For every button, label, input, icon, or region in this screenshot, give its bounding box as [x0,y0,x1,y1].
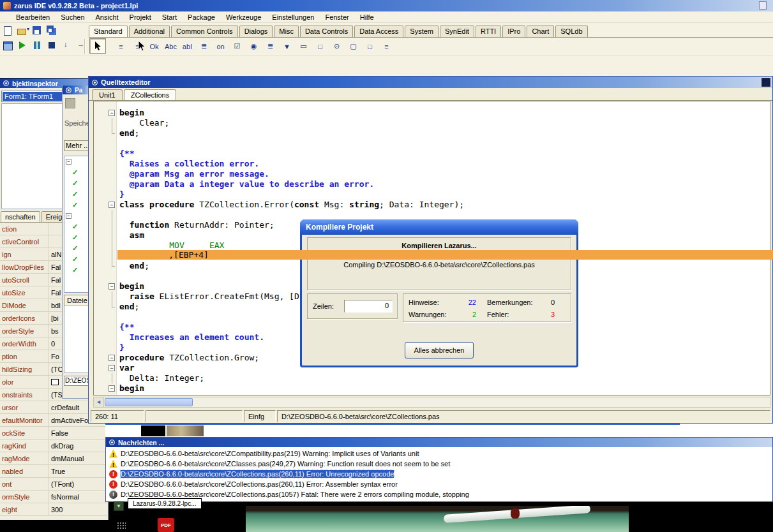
palette-tab-standard[interactable]: Standard [89,26,128,38]
property-row[interactable]: ont(TFont) [0,478,109,491]
property-row[interactable]: ragKinddkDrag [0,440,109,452]
palette-tab-dialogs[interactable]: Dialogs [239,26,273,37]
new-unit-button[interactable] [2,25,13,36]
message-row[interactable]: !D:\ZEOSDBO-6.6.0-beta\src\core\ZCollect… [107,479,771,489]
tab-files[interactable]: Dateie [64,295,91,306]
messages-titlebar[interactable]: Nachrichten ... [106,438,772,447]
palette-tab-additional[interactable]: Additional [129,26,170,37]
ttogglebox-component[interactable]: on [213,40,228,54]
menu-item-package[interactable]: Package [188,13,215,21]
menu-item-einstellungen[interactable]: Einstellungen [272,13,314,21]
tab-unit1[interactable]: Unit1 [92,89,123,100]
fold-icon[interactable]: − [109,365,115,371]
property-row[interactable]: ormStylefsNormal [0,491,109,503]
tpanel-component[interactable]: ▢ [346,40,361,54]
tree-item[interactable]: ✓ [64,243,89,254]
property-row[interactable]: ragModedmManual [0,452,109,465]
package-file-tree[interactable]: −✓✓✓✓−✓✓✓✓✓ [64,156,90,293]
palette-tab-common-controls[interactable]: Common Controls [171,26,238,37]
menu-item-bearbeiten[interactable]: Bearbeiten [16,13,50,21]
tlabel-component[interactable]: Abc [163,40,178,54]
palette-tab-sqldb[interactable]: SQLdb [555,26,587,37]
palette-tab-rtti[interactable]: RTTI [476,26,501,37]
dialog-titlebar[interactable]: Kompiliere Projekt [300,219,578,235]
fold-icon[interactable]: − [109,385,115,392]
tradiogroup-component[interactable]: ⊙ [329,40,344,54]
message-row[interactable]: !D:\ZEOSDBO-6.6.0-beta\src\core\ZCollect… [107,489,771,499]
palette-tab-system[interactable]: System [405,26,439,37]
tmainmenu-component[interactable]: ≡ [114,40,128,54]
palette-tab-chart[interactable]: Chart [527,26,554,37]
tree-item[interactable]: ✓ [64,254,89,265]
menu-item-hilfe[interactable]: Hilfe [360,13,374,21]
fold-icon[interactable]: − [109,283,115,290]
scrollbar-thumb[interactable] [105,398,193,406]
tmemo-component[interactable]: ≣ [197,40,211,54]
palette-tab-misc[interactable]: Misc [274,26,299,37]
save-button[interactable] [31,25,43,36]
cancel-all-button[interactable]: Alles abbrechen [405,342,474,358]
titlebar-button[interactable] [759,1,767,10]
palette-tab-data-access[interactable]: Data Access [354,26,403,37]
property-row[interactable]: ockSiteFalse [0,427,109,440]
run-button[interactable] [17,40,28,51]
tframe-component[interactable]: □ [363,40,377,54]
stop-button[interactable] [46,40,57,51]
tgroupbox-component[interactable]: □ [313,40,327,54]
more-button[interactable]: Mehr .. [64,140,89,151]
pdf-icon[interactable]: PDF [158,518,174,532]
tcheckbox-component[interactable]: ☑ [230,40,244,54]
property-row[interactable]: eight300 [0,503,109,516]
step-into-button[interactable] [61,40,72,51]
palette-tab-ipro[interactable]: IPro [502,26,525,37]
new-form-button[interactable] [2,40,13,51]
scroll-down-icon[interactable]: ▼ [114,501,124,511]
fold-icon[interactable]: − [109,355,115,361]
tree-item[interactable]: ✓ [64,189,89,200]
tree-item[interactable]: ✓ [64,178,89,189]
tree-item[interactable]: ✓ [64,265,89,276]
message-row[interactable]: !D:\ZEOSDBO-6.6.0-beta\src\core\ZClasses… [107,459,771,469]
tree-item[interactable]: ✓ [64,232,89,243]
save-all-button[interactable] [46,25,57,36]
tbutton-component[interactable]: Ok [147,40,161,54]
tree-item[interactable]: ✓ [64,167,89,178]
fold-icon[interactable]: − [109,202,115,208]
fold-icon[interactable]: − [109,110,115,116]
save-icon[interactable] [65,98,75,108]
tree-item[interactable]: ✓ [64,221,89,232]
palette-tab-data-controls[interactable]: Data Controls [300,26,353,37]
horizontal-scrollbar[interactable]: ◄ [93,397,770,408]
scroll-left-icon[interactable]: ◄ [94,397,104,407]
palette-tab-synedit[interactable]: SynEdit [440,26,474,37]
path-field[interactable]: D:\ZEOS [64,376,90,386]
pause-button[interactable] [31,40,43,51]
tcombobox-component[interactable]: ▼ [280,40,294,54]
tab-zcollections[interactable]: ZCollections [124,89,177,100]
menu-item-start[interactable]: Start [162,13,177,21]
tradiobutton-component[interactable]: ◉ [246,40,261,54]
tree-item[interactable]: − [64,156,89,167]
tscrollbar-component[interactable]: ▭ [296,40,311,54]
open-dropdown-button[interactable] [17,25,28,36]
menu-item-suchen[interactable]: Suchen [61,13,84,21]
close-icon[interactable] [762,78,770,87]
tree-item[interactable]: − [64,211,89,221]
tab-properties[interactable]: nschaften [1,211,40,222]
message-row[interactable]: !D:\ZEOSDBO-6.6.0-beta\src\core\ZCollect… [107,469,771,479]
message-row[interactable]: !D:\ZEOSDBO-6.6.0-beta\src\core\ZCompati… [107,448,771,459]
tedit-component[interactable]: abI [180,40,195,54]
tactionlist-component[interactable]: ≡ [379,40,394,54]
property-row[interactable]: nabledTrue [0,465,109,478]
menu-item-fenster[interactable]: Fenster [325,13,349,21]
tlistbox-component[interactable]: ≣ [263,40,278,54]
selection-tool-button[interactable] [89,38,106,54]
side-window-titlebar[interactable]: Pa [63,85,90,94]
menu-item-ansicht[interactable]: Ansicht [96,13,119,21]
menu-item-werkzeuge[interactable]: Werkzeuge [226,13,261,21]
tree-item[interactable]: ✓ [64,200,89,211]
size-grip[interactable] [117,522,126,529]
source-editor-titlebar[interactable]: Quelltexteditor [89,77,772,88]
menu-item-projekt[interactable]: Projekt [130,13,151,21]
files-list[interactable] [64,306,90,373]
